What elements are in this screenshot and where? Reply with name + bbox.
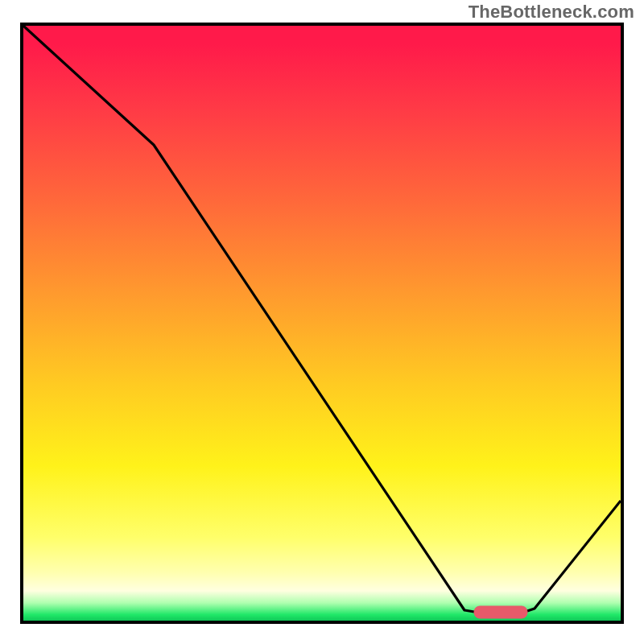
curve-layer	[23, 26, 621, 621]
optimum-marker	[474, 606, 527, 618]
chart-container: TheBottleneck.com	[0, 0, 644, 644]
bottleneck-curve-right	[522, 501, 621, 613]
attribution-label: TheBottleneck.com	[469, 2, 634, 23]
bottleneck-curve-left	[23, 26, 479, 613]
plot-area	[20, 23, 624, 624]
